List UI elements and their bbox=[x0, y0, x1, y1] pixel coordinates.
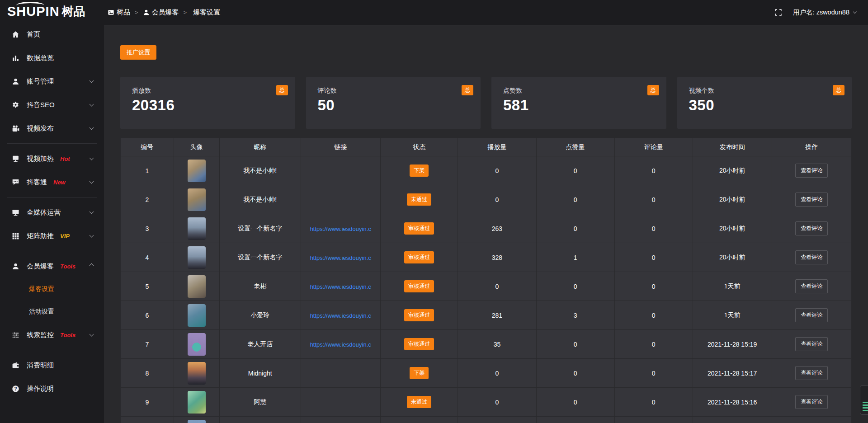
sliders-icon bbox=[12, 331, 19, 339]
video-link[interactable]: https://www.iesdouyin.c bbox=[310, 283, 371, 290]
cell-nickname bbox=[219, 417, 301, 423]
view-comments-button[interactable]: 查看评论 bbox=[795, 250, 828, 264]
sidebar-item-label: 抖客通 bbox=[27, 178, 47, 187]
user-menu[interactable]: 用户名: zswodun88 bbox=[793, 8, 856, 17]
cell-plays: 281 bbox=[458, 301, 536, 330]
cell-comments: 0 bbox=[614, 272, 693, 301]
table-row: 9 阿慧 未通过 0 0 0 2021-11-28 15:16 查看评论 bbox=[121, 388, 852, 417]
sidebar-item-5[interactable]: 视频加热Hot bbox=[0, 147, 104, 170]
cell-id: 7 bbox=[121, 330, 174, 359]
status-badge: 审核通过 bbox=[404, 222, 434, 235]
cell-comments: 0 bbox=[614, 388, 693, 417]
chevron-up-icon bbox=[90, 263, 94, 268]
cell-likes: 0 bbox=[536, 214, 614, 243]
cell-nickname: 我不是小帅! bbox=[219, 156, 301, 185]
view-comments-button[interactable]: 查看评论 bbox=[795, 279, 828, 293]
view-comments-button[interactable]: 查看评论 bbox=[795, 395, 828, 409]
sidebar-item-label: 线索监控 bbox=[27, 331, 54, 339]
cell-nickname: 设置一个新名字 bbox=[219, 243, 301, 272]
video-link[interactable]: https://www.iesdouyin.c bbox=[310, 341, 371, 348]
avatar bbox=[188, 188, 206, 211]
status-badge: 审核通过 bbox=[404, 280, 434, 292]
sidebar-item-tag: Tools bbox=[60, 263, 75, 270]
sidebar-subitem-9-1[interactable]: 活动设置 bbox=[0, 301, 104, 323]
cell-publish-time: 20小时前 bbox=[693, 243, 772, 272]
avatar bbox=[188, 160, 206, 182]
table-row: 7 老人开店 https://www.iesdouyin.c 审核通过 35 0… bbox=[121, 330, 852, 359]
stat-value: 350 bbox=[689, 97, 840, 114]
signal-bars-icon bbox=[863, 402, 868, 412]
video-camera-icon bbox=[12, 125, 19, 132]
video-link[interactable]: https://www.iesdouyin.c bbox=[310, 226, 371, 232]
sidebar-item-1[interactable]: 数据总览 bbox=[0, 46, 104, 70]
svg-text:?: ? bbox=[14, 386, 17, 391]
cell-comments: 0 bbox=[614, 243, 693, 272]
table-row: 3 设置一个新名字 https://www.iesdouyin.c 审核通过 2… bbox=[121, 214, 852, 243]
sidebar-item-9[interactable]: 会员爆客Tools bbox=[0, 254, 104, 278]
stat-card-likes: 点赞数 581 总 bbox=[491, 77, 666, 129]
col-header-comments: 评论量 bbox=[614, 138, 693, 156]
sidebar-item-7[interactable]: 全媒体运营 bbox=[0, 201, 104, 224]
cell-id: 8 bbox=[121, 359, 174, 388]
sidebar-item-tag: New bbox=[53, 179, 66, 186]
sidebar-item-4[interactable]: 视频发布 bbox=[0, 117, 104, 140]
cell-likes: 0 bbox=[536, 185, 614, 214]
cell-publish-time: 2021-11-28 15:17 bbox=[693, 359, 772, 388]
stat-label: 点赞数 bbox=[503, 87, 655, 95]
view-comments-button[interactable]: 查看评论 bbox=[795, 221, 828, 235]
col-header-avatar: 头像 bbox=[174, 138, 219, 156]
logo-text-cn: 树品 bbox=[62, 4, 85, 19]
fullscreen-icon[interactable] bbox=[774, 9, 782, 16]
total-badge: 总 bbox=[647, 85, 659, 95]
status-badge: 未通过 bbox=[407, 396, 431, 408]
help-icon: ? bbox=[12, 385, 19, 393]
view-comments-button[interactable]: 查看评论 bbox=[795, 193, 828, 207]
cell-publish-time: 20小时前 bbox=[693, 156, 772, 185]
promotion-settings-button[interactable]: 推广设置 bbox=[120, 45, 156, 60]
sidebar-item-2[interactable]: 账号管理 bbox=[0, 70, 104, 93]
comment-icon bbox=[12, 179, 19, 186]
cell-likes: 1 bbox=[536, 243, 614, 272]
sidebar-subitem-9-0[interactable]: 爆客设置 bbox=[0, 278, 104, 301]
customer-service-widget[interactable] bbox=[860, 385, 868, 415]
cell-publish-time bbox=[693, 417, 772, 423]
table-row bbox=[121, 417, 852, 423]
breadcrumb-label: 会员爆客 bbox=[152, 8, 179, 17]
sidebar-item-11[interactable]: 消费明细 bbox=[0, 353, 104, 377]
stat-value: 581 bbox=[503, 97, 655, 114]
sidebar-item-0[interactable]: 首页 bbox=[0, 23, 104, 46]
sidebar-item-3[interactable]: 抖音SEO bbox=[0, 93, 104, 117]
breadcrumb-item-member-burst[interactable]: 会员爆客 bbox=[143, 8, 179, 17]
video-link[interactable]: https://www.iesdouyin.c bbox=[310, 312, 371, 319]
view-comments-button[interactable]: 查看评论 bbox=[795, 366, 828, 380]
wallet-icon bbox=[12, 362, 19, 369]
view-comments-button[interactable]: 查看评论 bbox=[795, 308, 828, 322]
avatar bbox=[188, 217, 206, 240]
cell-comments: 0 bbox=[614, 301, 693, 330]
cell-comments: 0 bbox=[614, 359, 693, 388]
sidebar-item-label: 抖音SEO bbox=[27, 101, 55, 109]
sidebar-item-label: 矩阵助推 bbox=[27, 232, 54, 240]
breadcrumb-item-app[interactable]: 树品 bbox=[108, 8, 130, 17]
status-badge: 审核通过 bbox=[404, 251, 434, 263]
table-row: 2 我不是小帅! 未通过 0 0 0 20小时前 查看评论 bbox=[121, 185, 852, 214]
member-icon bbox=[143, 9, 150, 16]
sidebar-item-8[interactable]: 矩阵助推VIP bbox=[0, 224, 104, 248]
cell-plays: 0 bbox=[458, 156, 536, 185]
cell-likes: 0 bbox=[536, 272, 614, 301]
sidebar-item-label: 操作说明 bbox=[27, 385, 54, 393]
cell-publish-time: 20小时前 bbox=[693, 185, 772, 214]
view-comments-button[interactable]: 查看评论 bbox=[795, 337, 828, 351]
video-link[interactable]: https://www.iesdouyin.c bbox=[310, 254, 371, 261]
sidebar-item-tag: VIP bbox=[60, 233, 70, 240]
sidebar-item-tag: Tools bbox=[60, 332, 75, 338]
cell-id: 3 bbox=[121, 214, 174, 243]
sidebar: SHUPIN 树品 首页数据总览账号管理抖音SEO视频发布视频加热Hot抖客通N… bbox=[0, 0, 104, 423]
avatar bbox=[188, 391, 206, 414]
sidebar-item-12[interactable]: ?操作说明 bbox=[0, 377, 104, 400]
sidebar-item-10[interactable]: 线索监控Tools bbox=[0, 323, 104, 347]
table-header-row: 编号 头像 昵称 链接 状态 播放量 点赞量 评论量 发布时间 操作 bbox=[121, 138, 852, 156]
table-body: 1 我不是小帅! 下架 0 0 0 20小时前 查看评论 2 我不是小帅! 未通… bbox=[121, 156, 852, 423]
view-comments-button[interactable]: 查看评论 bbox=[795, 164, 828, 178]
sidebar-item-6[interactable]: 抖客通New bbox=[0, 170, 104, 194]
